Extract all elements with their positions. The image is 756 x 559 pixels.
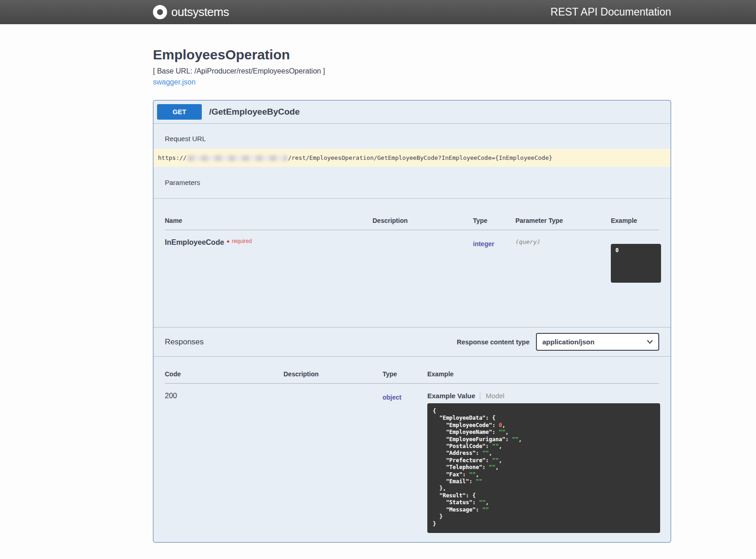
outsystems-logo-icon [153,5,167,19]
required-label: required [232,238,252,244]
chevron-down-icon [647,340,653,344]
request-url-suffix: /rest/EmployeesOperation/GetEmployeeByCo… [288,154,552,161]
method-get-badge[interactable]: GET [157,104,202,120]
parameters-section-label: Parameters [153,167,671,199]
parameters-table-header: Name Description Type Parameter Type Exa… [165,217,659,230]
col-code: Code [165,370,284,378]
base-url-text: [ Base URL: /ApiProducer/rest/EmployeesO… [153,67,671,75]
parameter-row-inemployeecode: InEmployeeCode*required integer (query) … [165,230,659,327]
request-url-label: Request URL [153,124,671,149]
parameter-description [373,238,473,327]
parameter-location: (query) [515,238,611,327]
col-parameter-type: Parameter Type [515,217,611,224]
outsystems-brand: outsystems [153,5,229,19]
response-content-type-select[interactable]: application/json [536,333,659,351]
response-type-object: object [383,392,427,533]
responses-section-label: Responses [165,338,204,347]
opblock-get-getemployeebycode: GET /GetEmployeeByCode Request URL https… [153,100,671,543]
response-code: 200 [165,392,284,533]
operation-path: /GetEmployeeByCode [209,107,300,117]
header-title: REST API Documentation [551,6,671,18]
tab-model[interactable]: Model [480,392,504,400]
responses-table-header: Code Description Type Example [165,370,659,384]
col-example: Example [611,217,659,224]
response-content-type-label: Response content type [457,338,530,346]
col-description: Description [284,370,383,378]
parameter-type-integer: integer [473,238,515,327]
parameter-example-box: 0 [611,244,661,283]
col-example: Example [427,370,659,378]
col-type: Type [383,370,427,378]
tab-example-value[interactable]: Example Value [427,392,475,400]
top-header-bar: outsystems REST API Documentation [0,0,756,24]
required-asterisk: * [227,238,230,246]
response-description [284,392,383,533]
parameter-name: InEmployeeCode [165,238,224,246]
col-name: Name [165,217,373,224]
redacted-host [188,155,287,161]
response-example-json: { "EmployeeData": { "EmployeeCode": 0, "… [427,403,660,533]
response-row-200: 200 object Example Value Model { "Employ… [165,384,659,533]
brand-name: outsystems [171,5,229,19]
response-content-type-value: application/json [542,338,594,346]
col-description: Description [373,217,473,224]
swagger-json-link[interactable]: swagger.json [153,78,195,86]
col-type: Type [473,217,515,224]
opblock-summary[interactable]: GET /GetEmployeeByCode [153,100,671,124]
request-url-bar: https:///rest/EmployeesOperation/GetEmpl… [153,149,671,167]
request-url-prefix: https:// [158,154,187,161]
page-title: EmployeesOperation [153,47,671,63]
